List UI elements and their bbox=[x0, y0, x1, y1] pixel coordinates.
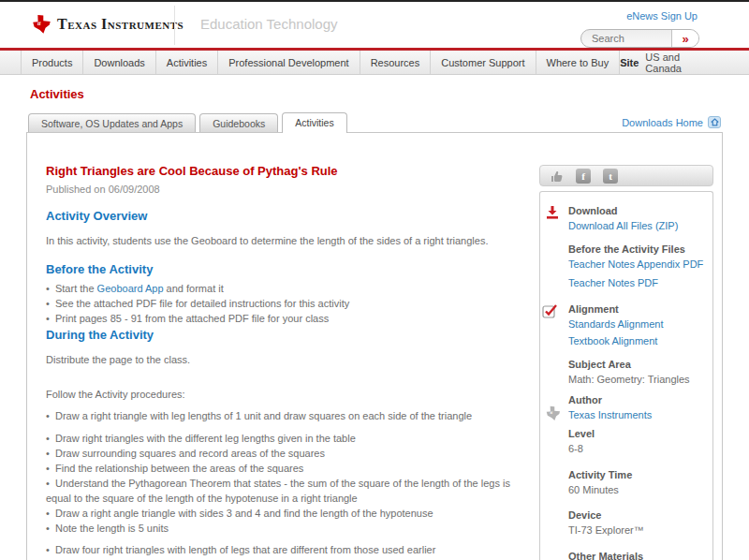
division-title: Education Technology bbox=[200, 16, 338, 32]
textbook-alignment-link[interactable]: Textbook Alignment bbox=[568, 335, 705, 346]
nav-customer-support[interactable]: Customer Support bbox=[431, 51, 536, 74]
list-item: Understand the Pythagorean Theorem that … bbox=[46, 477, 528, 507]
download-section: Download Download All Files (ZIP) bbox=[540, 205, 705, 231]
other-materials-section: Other Materials This is Activity 8 from … bbox=[540, 551, 705, 560]
search-button[interactable]: » bbox=[671, 30, 698, 47]
search-box: » bbox=[580, 29, 699, 48]
during-activity-heading: During the Activity bbox=[46, 328, 528, 342]
nav-professional-development[interactable]: Professional Development bbox=[218, 51, 360, 74]
tab-software-os-updates-apps[interactable]: Software, OS Updates and Apps bbox=[28, 113, 196, 132]
ti-home-logo[interactable]: ti Texas Instruments bbox=[31, 14, 184, 35]
brand-name: Texas Instruments bbox=[57, 16, 184, 33]
alignment-section: Alignment Standards Alignment Textbook A… bbox=[540, 303, 705, 346]
list-item: Draw a right triangle with leg lengths o… bbox=[46, 409, 528, 424]
main-content: Right Triangles are Cool Because of Pyth… bbox=[27, 133, 539, 560]
twitter-icon[interactable]: t bbox=[603, 169, 618, 184]
ti-logo-icon: ti bbox=[31, 14, 51, 35]
ti-author-logo-icon: ti bbox=[545, 405, 561, 425]
subject-area-value: Math: Geometry: Triangles bbox=[568, 373, 705, 387]
procedures-list-2: Draw right triangles with the different … bbox=[46, 432, 528, 537]
site-region: US and Canada bbox=[645, 52, 698, 74]
list-item: Draw a right angle triangle with sides 3… bbox=[46, 507, 528, 522]
download-all-files-link[interactable]: Download All Files (ZIP) bbox=[568, 220, 705, 231]
main-nav: Products Downloads Activities Profession… bbox=[0, 51, 749, 75]
geoboard-app-link[interactable]: Geoboard App bbox=[97, 283, 164, 294]
list-item: Start the Geoboard App and format it bbox=[46, 282, 528, 297]
activity-details-box: Download Download All Files (ZIP) Before… bbox=[539, 191, 713, 560]
alignment-heading: Alignment bbox=[568, 303, 705, 315]
download-icon bbox=[545, 205, 560, 224]
tabs: Software, OS Updates and Apps Guidebooks… bbox=[0, 112, 749, 132]
enews-signup-link[interactable]: eNews Sign Up bbox=[626, 10, 698, 22]
sidebar: f t Download Download All Files (ZIP) Be… bbox=[539, 133, 719, 560]
svg-text:ti: ti bbox=[37, 20, 41, 26]
procedures-list-1: Draw a right triangle with leg lengths o… bbox=[46, 409, 528, 424]
list-item: Draw surrounding squares and record area… bbox=[46, 447, 528, 462]
overview-heading: Activity Overview bbox=[46, 209, 528, 223]
other-materials-heading: Other Materials bbox=[568, 551, 705, 560]
before-activity-list: Start the Geoboard App and format it See… bbox=[46, 282, 528, 327]
list-item: Draw right triangles with the different … bbox=[46, 432, 528, 447]
tab-guidebooks[interactable]: Guidebooks bbox=[199, 113, 278, 132]
nav-products[interactable]: Products bbox=[21, 51, 83, 74]
bullet-text: and format it bbox=[164, 283, 224, 294]
list-item: Draw four right triangles with length of… bbox=[46, 543, 528, 558]
teacher-notes-appendix-pdf-link[interactable]: Teacher Notes Appendix PDF bbox=[568, 258, 705, 270]
teacher-notes-pdf-link[interactable]: Teacher Notes PDF bbox=[568, 277, 705, 288]
activity-time-heading: Activity Time bbox=[568, 469, 705, 480]
nav-downloads[interactable]: Downloads bbox=[83, 51, 155, 74]
author-heading: Author bbox=[568, 394, 705, 405]
level-section: Level 6-8 bbox=[540, 428, 705, 456]
before-files-heading: Before the Activity Files bbox=[568, 243, 705, 255]
list-item: See the attached PDF file for detailed i… bbox=[46, 297, 528, 312]
bullet-text: Start the bbox=[55, 283, 97, 294]
overview-text: In this activity, students use the Geobo… bbox=[46, 234, 528, 248]
site-selector[interactable]: Site US and Canada bbox=[620, 51, 749, 74]
search-input[interactable] bbox=[581, 30, 671, 47]
nav-resources[interactable]: Resources bbox=[360, 51, 432, 74]
procedures-list-3: Draw four right triangles with length of… bbox=[46, 543, 528, 560]
standards-alignment-link[interactable]: Standards Alignment bbox=[568, 318, 705, 330]
page-title: Activities bbox=[30, 87, 749, 101]
subject-area-section: Subject Area Math: Geometry: Triangles bbox=[540, 359, 705, 387]
checkmark-icon bbox=[542, 303, 558, 323]
subject-area-heading: Subject Area bbox=[568, 359, 705, 370]
download-heading: Download bbox=[568, 205, 705, 216]
tab-activities[interactable]: Activities bbox=[282, 112, 346, 133]
content-panel: Right Triangles are Cool Because of Pyth… bbox=[26, 132, 723, 560]
list-item: Find the relationship between the areas … bbox=[46, 462, 528, 477]
header: ti Texas Instruments Education Technolog… bbox=[0, 2, 749, 48]
before-activity-files-section: Before the Activity Files Teacher Notes … bbox=[540, 243, 705, 288]
device-heading: Device bbox=[568, 509, 705, 521]
site-label: Site bbox=[620, 57, 639, 68]
level-value: 6-8 bbox=[568, 442, 705, 456]
home-icon[interactable] bbox=[708, 116, 721, 128]
page: ti Texas Instruments Education Technolog… bbox=[0, 0, 749, 560]
author-link[interactable]: Texas Instruments bbox=[568, 409, 705, 420]
social-share-bar: f t bbox=[539, 165, 713, 186]
activity-title: Right Triangles are Cool Because of Pyth… bbox=[46, 164, 528, 178]
level-heading: Level bbox=[568, 428, 705, 439]
nav-where-to-buy[interactable]: Where to Buy bbox=[536, 51, 621, 74]
facebook-icon[interactable]: f bbox=[576, 169, 591, 184]
list-item: Note the length is 5 units bbox=[46, 522, 528, 537]
before-activity-heading: Before the Activity bbox=[46, 262, 528, 276]
device-value: TI-73 Explorer™ bbox=[568, 523, 705, 538]
search-arrow-icon: » bbox=[682, 32, 688, 46]
activity-time-section: Activity Time 60 Minutes bbox=[540, 469, 705, 497]
activity-time-value: 60 Minutes bbox=[568, 483, 705, 497]
during-intro: Distribute the page to the class. bbox=[46, 353, 528, 367]
list-item: Print pages 85 - 91 from the attached PD… bbox=[46, 312, 528, 327]
nav-activities[interactable]: Activities bbox=[156, 51, 218, 74]
published-date: Published on 06/09/2008 bbox=[46, 184, 528, 195]
device-section: Device TI-73 Explorer™ bbox=[540, 509, 705, 538]
procedures-intro: Follow the Activity procedures: bbox=[46, 388, 528, 402]
downloads-home-link[interactable]: Downloads Home bbox=[622, 117, 703, 128]
like-thumbs-up-icon[interactable] bbox=[550, 169, 564, 184]
author-section: ti Author Texas Instruments bbox=[540, 394, 705, 420]
header-divider bbox=[174, 6, 175, 45]
